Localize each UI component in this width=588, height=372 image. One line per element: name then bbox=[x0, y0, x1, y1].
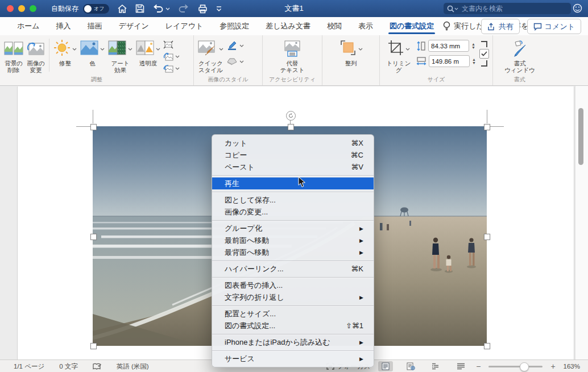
undo-button[interactable] bbox=[152, 0, 170, 17]
outline-view-button[interactable] bbox=[428, 361, 443, 371]
menu-item-bring-to-front[interactable]: 最前面へ移動▶ bbox=[212, 234, 374, 246]
corrections-sun-icon bbox=[53, 39, 71, 59]
share-button[interactable]: 共有 bbox=[481, 19, 520, 34]
tab-layout[interactable]: レイアウト bbox=[165, 17, 204, 35]
shape-width-input[interactable] bbox=[429, 55, 470, 67]
lock-aspect-ratio-checkbox[interactable] bbox=[479, 49, 489, 59]
search-input[interactable] bbox=[461, 4, 568, 13]
print-layout-view-button[interactable] bbox=[378, 361, 393, 371]
page-count[interactable]: 1/1 ページ bbox=[14, 362, 44, 371]
group-label-adjust: 調整 bbox=[2, 75, 191, 85]
tab-insert[interactable]: 挿入 bbox=[56, 17, 71, 35]
resize-handle-n[interactable] bbox=[288, 124, 294, 130]
resize-handle-se[interactable] bbox=[484, 343, 490, 349]
rotate-handle[interactable] bbox=[286, 111, 296, 121]
zoom-percentage[interactable]: 163% bbox=[564, 363, 580, 370]
artistic-effects-button[interactable]: アート 効果 bbox=[108, 39, 132, 74]
minimize-window-button[interactable] bbox=[18, 5, 25, 12]
height-stepper[interactable]: ▲▼ bbox=[471, 43, 475, 49]
resize-handle-e[interactable] bbox=[484, 234, 490, 240]
compress-pictures-button[interactable] bbox=[163, 39, 180, 49]
selection-guide bbox=[93, 110, 93, 123]
zoom-window-button[interactable] bbox=[30, 5, 36, 12]
reset-picture-button[interactable] bbox=[163, 51, 180, 61]
alt-text-button[interactable]: 代替 テキスト bbox=[280, 39, 305, 74]
align-button[interactable]: 整列 bbox=[339, 39, 363, 67]
align-icon bbox=[339, 39, 357, 59]
web-layout-view-button[interactable] bbox=[403, 361, 418, 371]
resize-handle-w[interactable] bbox=[90, 234, 97, 240]
undo-menu-chevron[interactable] bbox=[165, 7, 170, 10]
chevron-down-icon bbox=[219, 48, 223, 51]
menu-item-format-picture[interactable]: 図の書式設定...⇧⌘1 bbox=[212, 320, 374, 332]
remove-background-button[interactable]: 背景の 削除 bbox=[4, 39, 23, 74]
tab-review[interactable]: 校閲 bbox=[327, 17, 342, 35]
shape-height-input[interactable] bbox=[428, 40, 469, 52]
tab-design[interactable]: デザイン bbox=[119, 17, 149, 35]
color-button[interactable]: 色 bbox=[80, 39, 105, 67]
menu-item-cut[interactable]: カット⌘X bbox=[212, 137, 374, 149]
menu-divider bbox=[212, 192, 374, 192]
tab-mailings[interactable]: 差し込み文書 bbox=[266, 17, 310, 35]
menu-item-size-and-position[interactable]: 配置とサイズ... bbox=[212, 308, 374, 320]
spellcheck-icon[interactable] bbox=[93, 363, 102, 370]
zoom-out-button[interactable]: − bbox=[476, 362, 481, 371]
menu-item-hyperlink[interactable]: ハイパーリンク...⌘K bbox=[212, 263, 374, 275]
menu-item-services[interactable]: サービス▶ bbox=[212, 353, 374, 365]
draft-view-button[interactable] bbox=[453, 361, 468, 371]
picture-border-button[interactable] bbox=[226, 40, 244, 51]
zoom-slider-thumb[interactable] bbox=[520, 362, 529, 371]
quick-styles-button[interactable]: クイック スタイル bbox=[198, 39, 223, 74]
tab-home[interactable]: ホーム bbox=[17, 17, 40, 35]
menu-item-save-as-picture[interactable]: 図として保存... bbox=[212, 194, 374, 206]
menu-item-group[interactable]: グループ化▶ bbox=[212, 222, 374, 234]
menu-item-insert-caption[interactable]: 図表番号の挿入... bbox=[212, 279, 374, 291]
change-picture-button[interactable]: 画像の 変更 bbox=[27, 39, 45, 74]
print-button[interactable] bbox=[197, 0, 208, 17]
search-box[interactable] bbox=[444, 3, 571, 14]
menu-item-paste[interactable]: ペースト⌘V bbox=[212, 161, 374, 173]
redo-button[interactable] bbox=[178, 0, 189, 17]
group-label-arrange bbox=[325, 75, 377, 85]
comments-button[interactable]: コメント bbox=[527, 19, 581, 34]
zoom-in-button[interactable]: + bbox=[550, 362, 555, 371]
autosave-toggle[interactable]: オフ bbox=[83, 4, 109, 14]
menu-item-wrap-text[interactable]: 文字列の折り返し▶ bbox=[212, 291, 374, 303]
crop-button[interactable]: トリミング bbox=[384, 39, 413, 74]
home-button[interactable] bbox=[117, 0, 127, 17]
restore-picture-icon bbox=[163, 64, 173, 73]
tab-draw[interactable]: 描画 bbox=[88, 17, 102, 35]
width-stepper[interactable]: ▲▼ bbox=[472, 58, 476, 64]
menu-item-copy[interactable]: コピー⌘C bbox=[212, 149, 374, 161]
menu-item-import-from-iphone-ipad[interactable]: iPhoneまたはiPadから読み込む▶ bbox=[212, 336, 374, 348]
tab-picture-format[interactable]: 図の書式設定 bbox=[390, 17, 434, 35]
resize-handle-nw[interactable] bbox=[90, 124, 97, 130]
picture-border-pen-icon bbox=[226, 41, 238, 50]
feedback-smiley-icon[interactable] bbox=[573, 3, 582, 15]
zoom-slider[interactable] bbox=[488, 362, 543, 370]
resize-handle-sw[interactable] bbox=[90, 343, 97, 349]
restore-picture-button[interactable] bbox=[163, 63, 180, 73]
share-label: 共有 bbox=[499, 22, 514, 32]
format-pane-button[interactable]: 書式 ウィンドウ bbox=[504, 39, 535, 74]
corrections-button[interactable]: 修整 bbox=[53, 39, 77, 67]
close-window-button[interactable] bbox=[7, 5, 14, 12]
tab-view[interactable]: 表示 bbox=[358, 17, 373, 35]
menu-item-send-to-back[interactable]: 最背面へ移動▶ bbox=[212, 246, 374, 258]
scrollbar-thumb[interactable] bbox=[578, 108, 583, 165]
transparency-button[interactable]: 透明度 bbox=[136, 39, 160, 67]
word-window: 自動保存 オフ 文書1 bbox=[0, 0, 588, 372]
chevron-down-icon bbox=[239, 60, 244, 63]
picture-effects-button[interactable] bbox=[226, 56, 244, 67]
resize-handle-ne[interactable] bbox=[484, 124, 490, 130]
group-label-size: サイズ bbox=[382, 75, 490, 85]
save-button[interactable] bbox=[135, 0, 144, 17]
tab-references[interactable]: 参照設定 bbox=[220, 17, 249, 35]
language-indicator[interactable]: 英語 (米国) bbox=[117, 362, 149, 371]
menu-item-play[interactable]: 再生 bbox=[212, 177, 374, 189]
menu-item-change-picture[interactable]: 画像の変更... bbox=[212, 206, 374, 218]
menu-divider bbox=[212, 350, 374, 351]
vertical-scrollbar[interactable] bbox=[575, 86, 588, 359]
customize-toolbar-chevron[interactable] bbox=[216, 0, 222, 17]
word-count[interactable]: 0 文字 bbox=[59, 362, 78, 371]
